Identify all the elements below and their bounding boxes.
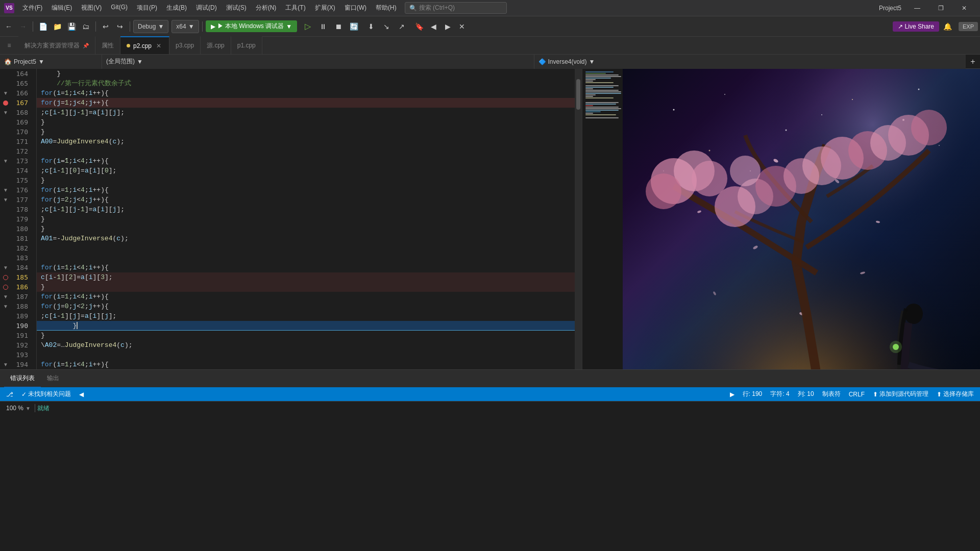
forward-button[interactable]: → [16,20,30,33]
stop-button[interactable]: ⏹ [332,20,345,33]
menu-git[interactable]: Git(G) [107,3,132,13]
project-label: Project5 [14,58,36,65]
debug-config-dropdown[interactable]: Debug ▼ [133,20,168,33]
debug-config-label: Debug [138,23,156,30]
sidebar-toggle[interactable]: ≡ [0,36,18,54]
code-192: \A02 =…JudgeInverse4(c); [37,340,582,350]
save-button[interactable]: 💾 [65,20,78,33]
live-share-button[interactable]: ↗ Live Share [893,21,939,32]
tab-p3cpp[interactable]: p3.cpp [169,36,201,54]
select-repo[interactable]: ⬆ 选择存储库 [935,390,976,398]
maximize-button[interactable]: ❐ [929,0,952,16]
bp-outline-186[interactable] [3,285,8,290]
tab-p2cpp[interactable]: p2.cpp ✕ [120,36,169,54]
collapse-173[interactable]: ▼ [3,158,8,164]
back-button[interactable]: ← [2,20,15,33]
encoding-indicator[interactable]: CRLF [847,391,867,398]
gutter-175 [0,176,11,185]
search-box[interactable]: 🔍 搜索 (Ctrl+Q) [405,2,507,14]
step-out-button[interactable]: ↗ [395,20,408,33]
scroll-right-button[interactable]: ▶ [728,391,737,398]
close-button[interactable]: ✕ [952,0,976,16]
menu-edit[interactable]: 编辑(E) [47,3,76,13]
scope-selector[interactable]: (全局范围) ▼ [102,55,534,69]
source-control-icon: ⎇ [6,391,13,398]
undo-button[interactable]: ↩ [99,20,112,33]
collapse-176[interactable]: ▼ [3,187,8,193]
tab-solution-explorer[interactable]: 解决方案资源管理器 📌 [18,36,95,54]
tab-source[interactable]: 源.cpp [201,36,231,54]
step-over-button[interactable]: ⬇ [364,20,378,33]
row-indicator[interactable]: 行: 190 [741,390,765,398]
function-selector[interactable]: 🔷 Inverse4(void) ▼ [534,55,966,69]
bookmark-next-button[interactable]: ▶ [441,20,454,33]
add-tab-button[interactable]: + [966,55,980,69]
no-issues-indicator[interactable]: ✓ 未找到相关问题 [19,390,73,398]
menu-extend[interactable]: 扩展(X) [311,3,339,13]
panel-tab-output[interactable]: 输出 [41,370,65,388]
notification-button[interactable]: 🔔 [941,20,954,33]
bookmark-prev-button[interactable]: ◀ [427,20,440,33]
live-share-icon: ↗ [898,23,903,30]
menu-project[interactable]: 项目(P) [133,3,161,13]
menu-build[interactable]: 生成(B) [162,3,191,13]
debug-play-button[interactable]: ▷ [301,20,314,33]
collapse-166[interactable]: ▼ [3,90,8,96]
menu-tools[interactable]: 工具(T) [281,3,309,13]
add-to-source[interactable]: ⬆ 添加到源代码管理 [871,390,930,398]
debug-config-arrow: ▼ [158,23,164,30]
new-file-button[interactable]: 📄 [36,20,50,33]
panel-tab-errors[interactable]: 错误列表 [4,370,41,388]
redo-button[interactable]: ↪ [113,20,127,33]
collapse-187[interactable]: ▼ [3,294,8,299]
open-button[interactable]: 📁 [51,20,64,33]
code-190[interactable]: } [37,321,582,331]
code-area[interactable]: } //第一行元素代数余子式 for (i = 1; i < 4; i++) {… [37,69,582,369]
ln-168: 168 [11,108,32,117]
ln-173: 173 [11,156,32,166]
breakpoint-167[interactable] [3,101,8,106]
bp-outline-185[interactable] [3,275,8,280]
sep2 [95,21,96,32]
collapse-188[interactable]: ▼ [3,304,8,309]
ln-192: 192 [11,340,32,350]
menu-analyze[interactable]: 分析(N) [252,3,281,13]
code-174: ; c[i - 1][0] = a[i][0]; [37,166,582,176]
source-control-button[interactable]: ⎇ [4,391,15,398]
menu-window[interactable]: 窗口(W) [340,3,371,13]
bookmark-button[interactable]: 🔖 [412,20,426,33]
scroll-thumb[interactable] [576,79,580,110]
collapse-194[interactable]: ▼ [3,362,8,367]
menu-debug[interactable]: 调试(D) [192,3,221,13]
collapse-168[interactable]: ▼ [3,110,8,115]
platform-label: x64 [176,23,186,30]
platform-dropdown[interactable]: x64 ▼ [172,20,199,33]
minimize-button[interactable]: — [905,0,929,16]
menu-file[interactable]: 文件(F) [18,3,46,13]
menu-test[interactable]: 测试(S) [222,3,251,13]
col-indicator[interactable]: 字符: 4 [768,390,791,398]
restart-button[interactable]: 🔄 [347,20,360,33]
tab-p2cpp-close[interactable]: ✕ [155,42,163,50]
gutter: ▼ ▼ ▼ ▼ ▼ ▼ ▼ [0,69,11,369]
menu-help[interactable]: 帮助(H) [372,3,401,13]
save-all-button[interactable]: 🗂 [79,20,92,33]
tab-indicator[interactable]: 制表符 [820,390,843,398]
collapse-184[interactable]: ▼ [3,265,8,270]
position-indicator[interactable]: 列: 10 [796,390,816,398]
run-button[interactable]: ▶ ▶ 本地 Windows 调试器 ▼ [206,20,298,32]
zoom-control[interactable]: 100 % ▼ [4,405,33,412]
scroll-left-button[interactable]: ◀ [77,391,86,398]
project-selector[interactable]: 🏠 Project5 ▼ [0,55,102,69]
collapse-177[interactable]: ▼ [3,197,8,203]
code-180: } [37,224,582,234]
tab-properties[interactable]: 属性 [95,36,120,54]
menu-view[interactable]: 视图(V) [77,3,106,13]
bookmark-clear-button[interactable]: ✕ [455,20,469,33]
pause-button[interactable]: ⏸ [316,20,330,33]
tab-p1cpp[interactable]: p1.cpp [231,36,262,54]
exp-button[interactable]: EXP [959,22,978,31]
vertical-scrollbar[interactable] [575,69,582,369]
step-into-button[interactable]: ↘ [380,20,393,33]
ready-indicator[interactable]: 就绪 [37,404,50,413]
